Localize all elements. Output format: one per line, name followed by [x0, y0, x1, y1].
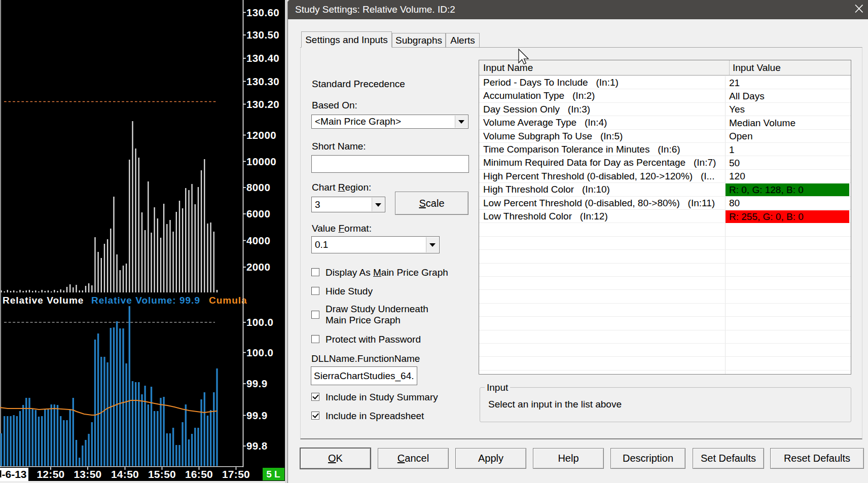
- svg-text:10000: 10000: [246, 156, 276, 167]
- svg-text:100.0: 100.0: [246, 347, 273, 358]
- svg-text:15:50: 15:50: [148, 468, 176, 480]
- svg-text:130.50: 130.50: [246, 29, 279, 41]
- svg-text:130.20: 130.20: [246, 98, 279, 110]
- svg-text:130.60: 130.60: [246, 7, 279, 18]
- svg-text:100.0: 100.0: [246, 316, 273, 328]
- svg-text:5 L: 5 L: [266, 469, 280, 479]
- svg-text:6000: 6000: [246, 208, 270, 219]
- svg-text:Relative Volume: 99.9: Relative Volume: 99.9: [91, 295, 200, 306]
- svg-text:Cumula: Cumula: [209, 295, 247, 306]
- svg-text:99.9: 99.9: [246, 378, 268, 389]
- svg-text:8000: 8000: [246, 181, 270, 193]
- svg-text:2000: 2000: [246, 261, 270, 273]
- svg-text:14:50: 14:50: [111, 468, 139, 480]
- svg-text:130.30: 130.30: [246, 76, 279, 87]
- svg-text:12:50: 12:50: [37, 468, 64, 480]
- svg-text:Relative Volume: Relative Volume: [3, 295, 84, 306]
- svg-text:-6-13: -6-13: [2, 468, 27, 480]
- svg-text:16:50: 16:50: [185, 468, 213, 480]
- svg-text:99.9: 99.9: [246, 410, 268, 421]
- svg-text:12000: 12000: [246, 129, 276, 141]
- svg-text:4000: 4000: [246, 235, 270, 246]
- svg-text:130.40: 130.40: [246, 52, 279, 64]
- svg-text:99.8: 99.8: [246, 440, 268, 452]
- svg-text:17:50: 17:50: [222, 468, 250, 480]
- svg-text:13:50: 13:50: [74, 468, 101, 480]
